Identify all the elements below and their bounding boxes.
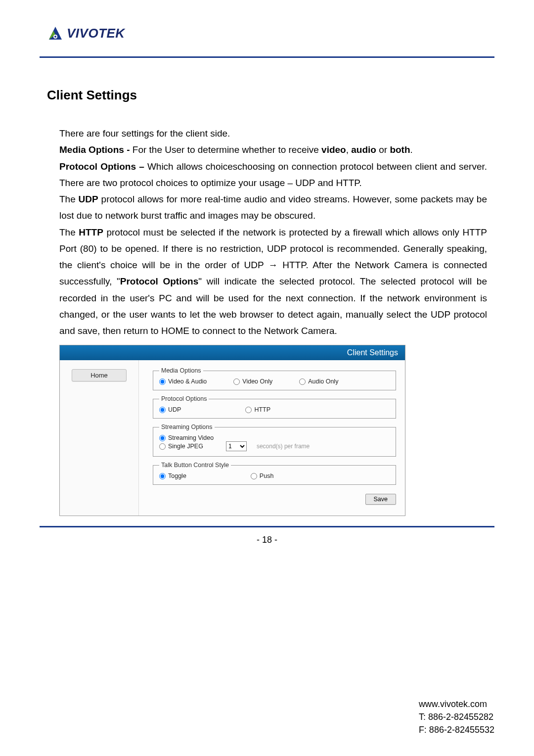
streaming-options-legend: Streaming Options <box>159 424 215 430</box>
radio-audio-only[interactable]: Audio Only <box>299 378 338 385</box>
svg-point-1 <box>54 36 56 38</box>
seconds-per-frame-select[interactable]: 1 <box>226 441 247 451</box>
protocol-options-paragraph: Protocol Options – Which allows choicesc… <box>59 158 487 191</box>
seconds-per-frame-label: second(s) per frame <box>257 443 310 450</box>
radio-push-input[interactable] <box>251 473 257 479</box>
save-button[interactable]: Save <box>365 494 397 505</box>
protocol-options-fieldset: Protocol Options UDP HTTP <box>153 395 396 419</box>
footer-contact: www.vivotek.com T: 886-2-82455282 F: 886… <box>419 698 494 736</box>
radio-video-audio[interactable]: Video & Audio <box>159 378 207 385</box>
page-number: - 18 - <box>40 535 494 545</box>
media-options-paragraph: Media Options - For the User to determin… <box>59 142 487 158</box>
radio-video-only-input[interactable] <box>233 378 240 385</box>
footer-tel: T: 886-2-82455282 <box>419 710 494 723</box>
talk-button-fieldset: Talk Button Control Style Toggle Push <box>153 462 396 485</box>
radio-udp[interactable]: UDP <box>159 406 181 413</box>
footer-divider <box>40 526 494 527</box>
radio-video-only[interactable]: Video Only <box>233 378 272 385</box>
radio-http-input[interactable] <box>245 407 252 413</box>
udp-paragraph: The UDP protocol allows for more real-ti… <box>59 191 487 224</box>
body-text: There are four settings for the client s… <box>59 125 487 339</box>
radio-toggle-input[interactable] <box>159 473 166 479</box>
radio-audio-only-input[interactable] <box>299 378 306 385</box>
talk-button-legend: Talk Button Control Style <box>159 462 231 469</box>
media-options-legend: Media Options <box>159 367 203 374</box>
media-options-fieldset: Media Options Video & Audio Video Only A… <box>153 367 396 390</box>
radio-toggle[interactable]: Toggle <box>159 472 186 479</box>
radio-udp-input[interactable] <box>159 407 166 413</box>
logo-text: VIVOTEK <box>67 26 125 41</box>
footer-url: www.vivotek.com <box>419 698 494 710</box>
vivotek-logo-icon <box>47 25 64 42</box>
client-settings-panel: Client Settings Home Media Options Video… <box>59 345 405 516</box>
radio-video-audio-input[interactable] <box>159 378 166 385</box>
radio-streaming-video-input[interactable] <box>159 435 166 441</box>
protocol-options-legend: Protocol Options <box>159 395 209 402</box>
home-button[interactable]: Home <box>72 369 127 381</box>
section-title: Client Settings <box>47 88 487 103</box>
radio-push[interactable]: Push <box>251 472 274 479</box>
intro-line: There are four settings for the client s… <box>59 125 487 142</box>
panel-header: Client Settings <box>60 345 405 360</box>
http-paragraph: The HTTP protocol must be selected if th… <box>59 224 487 339</box>
header-divider <box>40 56 494 58</box>
radio-single-jpeg-input[interactable] <box>159 443 166 450</box>
logo-area: VIVOTEK <box>47 25 494 42</box>
radio-streaming-video[interactable]: Streaming Video <box>159 434 214 441</box>
footer-fax: F: 886-2-82455532 <box>419 723 494 736</box>
panel-sidebar: Home <box>60 360 139 516</box>
radio-http[interactable]: HTTP <box>245 406 270 413</box>
streaming-options-fieldset: Streaming Options Streaming Video Single… <box>153 424 396 457</box>
radio-single-jpeg[interactable]: Single JPEG <box>159 443 203 450</box>
